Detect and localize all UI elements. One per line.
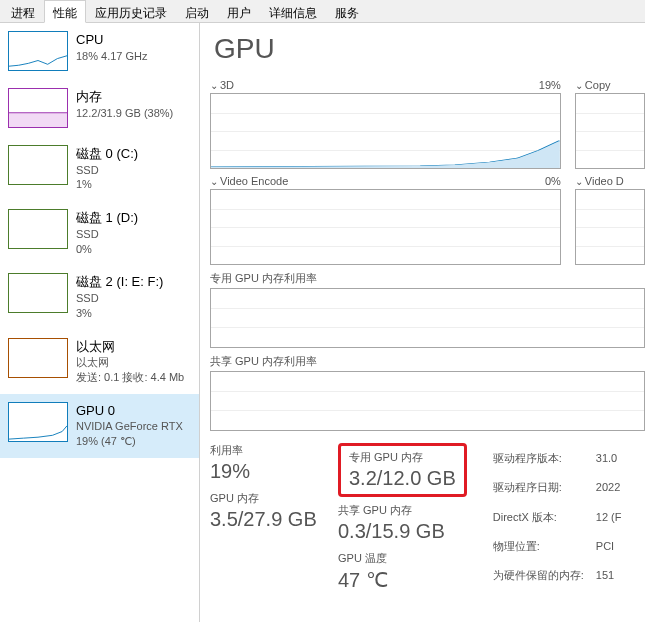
- tab-bar: 进程 性能 应用历史记录 启动 用户 详细信息 服务: [0, 0, 645, 23]
- chart-copy[interactable]: [575, 93, 645, 169]
- sidebar-item-sub2: 发送: 0.1 接收: 4.4 Mb: [76, 370, 184, 385]
- sidebar-item-label: 磁盘 2 (I: E: F:): [76, 273, 163, 291]
- sidebar-item-sub: SSD: [76, 163, 138, 178]
- chart-dedicated-mem-label: 专用 GPU 内存利用率: [210, 271, 645, 286]
- sidebar-item-label: 磁盘 0 (C:): [76, 145, 138, 163]
- sidebar: CPU 18% 4.17 GHz 内存 12.2/31.9 GB (38%) 磁…: [0, 23, 200, 622]
- chart-3d-label[interactable]: 3D: [210, 79, 234, 91]
- chart-shared-mem[interactable]: [210, 371, 645, 431]
- chart-copy-label[interactable]: Copy: [575, 79, 611, 91]
- sidebar-item-disk2[interactable]: 磁盘 2 (I: E: F:) SSD 3%: [0, 265, 199, 329]
- tab-users[interactable]: 用户: [218, 0, 260, 22]
- svg-marker-1: [211, 141, 560, 168]
- tab-details[interactable]: 详细信息: [260, 0, 326, 22]
- sidebar-item-cpu[interactable]: CPU 18% 4.17 GHz: [0, 23, 199, 80]
- content-pane: GPU 3D 19% Copy: [200, 23, 645, 622]
- chart-video-encode-label[interactable]: Video Encode: [210, 175, 288, 187]
- gpu-info-table: 驱动程序版本:31.0 驱动程序日期:2022 DirectX 版本:12 (F…: [491, 443, 624, 592]
- sidebar-item-sub: NVIDIA GeForce RTX: [76, 419, 183, 434]
- sidebar-item-label: 以太网: [76, 338, 184, 356]
- chart-3d-pct: 19%: [539, 79, 561, 91]
- sidebar-item-sub: SSD: [76, 291, 163, 306]
- sidebar-item-sub: 以太网: [76, 355, 184, 370]
- sidebar-item-sub: 12.2/31.9 GB (38%): [76, 106, 173, 121]
- disk-thumb-icon: [8, 145, 68, 185]
- chart-shared-mem-label: 共享 GPU 内存利用率: [210, 354, 645, 369]
- svg-rect-0: [9, 113, 67, 127]
- sidebar-item-label: CPU: [76, 31, 148, 49]
- sidebar-item-ethernet[interactable]: 以太网 以太网 发送: 0.1 接收: 4.4 Mb: [0, 330, 199, 394]
- sidebar-item-memory[interactable]: 内存 12.2/31.9 GB (38%): [0, 80, 199, 137]
- sidebar-item-sub2: 1%: [76, 177, 138, 192]
- sidebar-item-label: GPU 0: [76, 402, 183, 420]
- network-thumb-icon: [8, 338, 68, 378]
- sidebar-item-sub: 18% 4.17 GHz: [76, 49, 148, 64]
- chart-dedicated-mem[interactable]: [210, 288, 645, 348]
- gpu-thumb-icon: [8, 402, 68, 442]
- tab-processes[interactable]: 进程: [2, 0, 44, 22]
- sidebar-item-disk0[interactable]: 磁盘 0 (C:) SSD 1%: [0, 137, 199, 201]
- stat-gpu-mem: GPU 内存 3.5/27.9 GB: [210, 491, 320, 531]
- stat-shared-mem: 共享 GPU 内存 0.3/15.9 GB: [338, 503, 467, 543]
- sidebar-item-label: 磁盘 1 (D:): [76, 209, 138, 227]
- tab-app-history[interactable]: 应用历史记录: [86, 0, 176, 22]
- stat-gpu-temp: GPU 温度 47 ℃: [338, 551, 467, 592]
- sidebar-item-sub2: 3%: [76, 306, 163, 321]
- cpu-thumb-icon: [8, 31, 68, 71]
- disk-thumb-icon: [8, 209, 68, 249]
- sidebar-item-sub2: 19% (47 ℃): [76, 434, 183, 449]
- sidebar-item-sub: SSD: [76, 227, 138, 242]
- chart-video-encode[interactable]: [210, 189, 561, 265]
- sidebar-item-sub2: 0%: [76, 242, 138, 257]
- chart-3d[interactable]: [210, 93, 561, 169]
- chart-video-d[interactable]: [575, 189, 645, 265]
- sidebar-item-gpu0[interactable]: GPU 0 NVIDIA GeForce RTX 19% (47 ℃): [0, 394, 199, 458]
- sidebar-item-disk1[interactable]: 磁盘 1 (D:) SSD 0%: [0, 201, 199, 265]
- memory-thumb-icon: [8, 88, 68, 128]
- chart-video-d-label[interactable]: Video D: [575, 175, 624, 187]
- sidebar-item-label: 内存: [76, 88, 173, 106]
- stat-utilization: 利用率 19%: [210, 443, 320, 483]
- tab-services[interactable]: 服务: [326, 0, 368, 22]
- chart-video-encode-pct: 0%: [545, 175, 561, 187]
- tab-startup[interactable]: 启动: [176, 0, 218, 22]
- stat-dedicated-mem-highlighted: 专用 GPU 内存 3.2/12.0 GB: [338, 443, 467, 497]
- disk-thumb-icon: [8, 273, 68, 313]
- page-title: GPU: [214, 33, 645, 65]
- tab-performance[interactable]: 性能: [44, 0, 86, 23]
